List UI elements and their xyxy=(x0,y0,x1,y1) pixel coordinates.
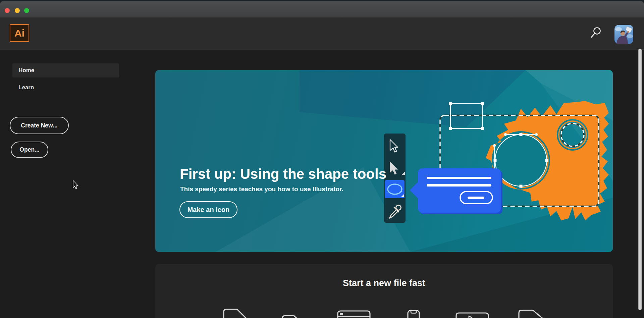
make-an-icon-button[interactable]: Make an Icon xyxy=(179,201,237,218)
zoom-window-button[interactable] xyxy=(24,8,29,13)
make-an-icon-label: Make an Icon xyxy=(187,206,230,214)
mouse-cursor-icon xyxy=(73,180,79,191)
open-button[interactable]: Open... xyxy=(11,142,48,158)
film-video-preset-icon[interactable] xyxy=(455,312,489,318)
ellipse-tool-icon xyxy=(385,180,405,198)
search-icon[interactable] xyxy=(589,26,603,40)
tooltip-callout xyxy=(410,168,502,214)
create-new-button[interactable]: Create New... xyxy=(10,117,69,134)
web-preset-icon[interactable] xyxy=(337,310,371,318)
sidebar-item-home[interactable]: Home xyxy=(12,63,119,77)
logo-text: Ai xyxy=(14,28,24,39)
sidebar-item-label: Learn xyxy=(18,84,34,91)
illustrator-home-window: Ai xyxy=(0,0,644,318)
hero-illustration xyxy=(155,70,613,252)
document-preset-icon[interactable] xyxy=(223,309,249,318)
user-avatar[interactable] xyxy=(614,25,633,44)
app-header: Ai xyxy=(0,17,644,50)
start-new-file-section: Start a new file fast xyxy=(155,264,613,318)
illustrator-logo: Ai xyxy=(10,24,29,42)
create-new-label: Create New... xyxy=(21,122,57,129)
section-heading: Start a new file fast xyxy=(155,278,613,288)
hero-title: First up: Using the shape tools xyxy=(180,166,386,182)
hero-banner[interactable]: First up: Using the shape tools This spe… xyxy=(155,70,613,252)
open-label: Open... xyxy=(19,146,39,153)
small-circle-shape xyxy=(559,121,586,149)
illustration-toolbar xyxy=(384,134,406,223)
sidebar-item-learn[interactable]: Learn xyxy=(12,81,119,95)
window-titlebar[interactable] xyxy=(0,1,644,17)
minimize-window-button[interactable] xyxy=(15,8,20,13)
close-window-button[interactable] xyxy=(5,8,10,13)
art-illustration-preset-icon[interactable] xyxy=(518,309,545,318)
vertical-scrollbar-thumb[interactable] xyxy=(638,49,642,310)
hero-subtitle: This speedy series teaches you how to us… xyxy=(180,186,343,193)
mobile-preset-icon[interactable] xyxy=(407,310,420,318)
sidebar-item-label: Home xyxy=(18,67,34,74)
print-preset-icon[interactable] xyxy=(282,314,303,318)
